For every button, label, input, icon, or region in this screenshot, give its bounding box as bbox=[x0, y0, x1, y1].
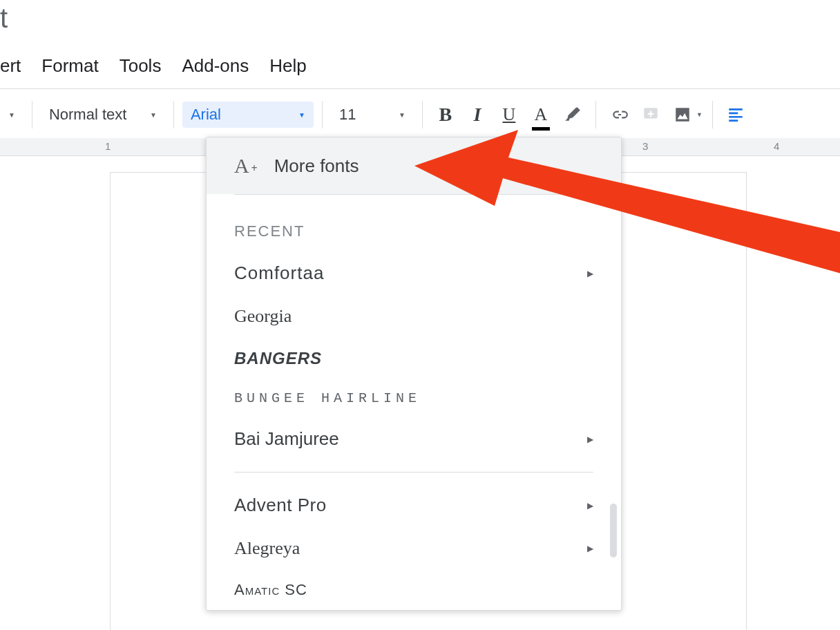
submenu-arrow-icon: ▶ bbox=[587, 544, 593, 553]
align-button[interactable] bbox=[721, 100, 750, 129]
link-icon bbox=[610, 106, 628, 124]
font-family-label: Arial bbox=[191, 106, 221, 124]
toolbar-separator bbox=[712, 101, 713, 128]
menu-tools[interactable]: Tools bbox=[120, 55, 162, 77]
font-item-bai-jamjuree[interactable]: Bai Jamjuree ▶ bbox=[234, 417, 593, 461]
font-item-label: Advent Pro bbox=[234, 495, 327, 516]
font-item-label: Bai Jamjuree bbox=[234, 428, 339, 450]
paragraph-styles-label: Normal text bbox=[49, 106, 126, 124]
ruler-mark: 1 bbox=[105, 140, 111, 152]
doc-title-visible-fragment: t bbox=[0, 3, 8, 34]
menu-format[interactable]: Format bbox=[41, 55, 98, 77]
toolbar-top-divider bbox=[0, 88, 840, 89]
more-fonts-icon: A bbox=[234, 154, 249, 178]
menubar: ert Format Tools Add-ons Help bbox=[0, 48, 307, 84]
ruler-mark: 3 bbox=[642, 140, 648, 152]
font-item-bangers[interactable]: Bangers bbox=[234, 338, 593, 379]
font-item-label: Bangers bbox=[234, 349, 322, 368]
chevron-down-icon: ▼ bbox=[696, 111, 703, 118]
font-item-label: BUNGEE HAIRLINE bbox=[234, 390, 421, 406]
highlight-color-button[interactable] bbox=[558, 100, 587, 129]
submenu-arrow-icon: ▶ bbox=[587, 269, 593, 278]
insert-image-button[interactable]: ▼ bbox=[668, 100, 697, 129]
toolbar-separator bbox=[322, 101, 323, 128]
menu-help[interactable]: Help bbox=[269, 55, 306, 77]
toolbar-separator bbox=[595, 101, 596, 128]
align-left-icon bbox=[727, 106, 745, 124]
toolbar-separator bbox=[422, 101, 423, 128]
menu-divider bbox=[234, 472, 593, 472]
submenu-arrow-icon: ▶ bbox=[587, 501, 593, 510]
font-item-advent-pro[interactable]: Advent Pro ▶ bbox=[234, 484, 593, 527]
italic-button[interactable]: I bbox=[463, 100, 492, 129]
menu-addons[interactable]: Add-ons bbox=[182, 55, 249, 77]
submenu-arrow-icon: ▶ bbox=[587, 435, 593, 444]
font-item-label: Comfortaa bbox=[234, 262, 324, 284]
scrollbar-thumb[interactable] bbox=[610, 504, 617, 557]
more-fonts-item[interactable]: A More fonts bbox=[207, 137, 621, 194]
font-item-georgia[interactable]: Georgia bbox=[234, 295, 593, 338]
toolbar: ▼ Normal text ▼ Arial ▼ 11 ▼ B I U A ▼ bbox=[0, 95, 840, 134]
ruler-mark: 4 bbox=[774, 140, 779, 152]
menu-insert-partial[interactable]: ert bbox=[0, 55, 21, 77]
add-comment-button[interactable] bbox=[636, 100, 665, 129]
image-icon bbox=[674, 106, 691, 124]
underline-button[interactable]: U bbox=[495, 100, 524, 129]
bold-button[interactable]: B bbox=[431, 100, 460, 129]
chevron-down-icon[interactable]: ▼ bbox=[0, 111, 23, 119]
font-item-comfortaa[interactable]: Comfortaa ▶ bbox=[234, 251, 593, 295]
insert-link-button[interactable] bbox=[604, 100, 633, 129]
comment-plus-icon bbox=[642, 106, 660, 124]
toolbar-separator bbox=[173, 101, 174, 128]
font-item-alegreya[interactable]: Alegreya ▶ bbox=[234, 527, 593, 570]
font-item-label: Amatic SC bbox=[234, 581, 307, 599]
svg-rect-1 bbox=[676, 108, 689, 122]
recent-section-label: RECENT bbox=[234, 195, 593, 251]
chevron-down-icon: ▼ bbox=[399, 111, 405, 119]
font-item-label: Georgia bbox=[234, 306, 292, 327]
font-size-label: 11 bbox=[339, 106, 356, 124]
font-size-dropdown[interactable]: 11 ▼ bbox=[331, 102, 414, 128]
toolbar-separator bbox=[32, 101, 32, 128]
text-color-button[interactable]: A bbox=[526, 100, 555, 129]
more-fonts-label: More fonts bbox=[274, 155, 359, 177]
paragraph-styles-dropdown[interactable]: Normal text ▼ bbox=[41, 102, 165, 128]
chevron-down-icon: ▼ bbox=[150, 111, 157, 119]
highlighter-icon bbox=[564, 106, 582, 124]
font-family-dropdown[interactable]: Arial ▼ bbox=[182, 102, 314, 128]
font-item-label: Alegreya bbox=[234, 538, 300, 559]
font-item-bungee-hairline[interactable]: BUNGEE HAIRLINE bbox=[234, 379, 593, 417]
chevron-down-icon: ▼ bbox=[298, 111, 305, 119]
font-family-menu: A More fonts RECENT Comfortaa ▶ Georgia … bbox=[206, 137, 622, 611]
font-item-amatic-sc[interactable]: Amatic SC bbox=[234, 570, 593, 610]
